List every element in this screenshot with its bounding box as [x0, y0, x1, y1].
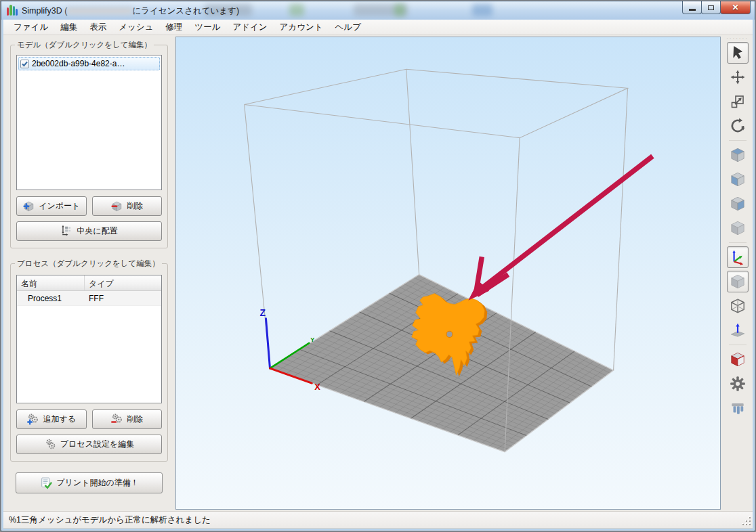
process-row[interactable]: Process1 FFF: [17, 291, 161, 306]
gears-minus-icon: [110, 413, 123, 426]
menu-account[interactable]: アカウント: [274, 20, 329, 35]
model-visibility-checkbox[interactable]: [20, 60, 29, 68]
status-bar: %1三角メッシュがモデルから正常に解析されました: [3, 511, 753, 529]
model-name: 2be002db-a99b-4e82-a…: [32, 59, 125, 68]
cube-top-blue-icon: [729, 146, 747, 164]
models-group-title: モデル（ダブルクリックをして編集）: [15, 40, 154, 50]
minimize-button[interactable]: [682, 1, 702, 14]
toolbar-separator: [729, 345, 747, 345]
center-and-arrange-button[interactable]: 中央に配置: [16, 221, 162, 241]
wireframe-cube-icon: [729, 297, 747, 315]
place-surface-icon: [729, 322, 747, 339]
view-cube-plain[interactable]: [727, 217, 749, 239]
glass-artifact: [394, 4, 405, 16]
models-group: モデル（ダブルクリックをして編集） 2be002db-a99b-4e82-a…: [10, 45, 168, 248]
redacted-license-name: [67, 7, 132, 15]
menu-file[interactable]: ファイル: [7, 20, 54, 35]
edit-process-settings-button[interactable]: プロセス設定を編集: [16, 435, 162, 454]
solid-cube-icon: [729, 273, 747, 290]
column-type[interactable]: タイプ: [85, 275, 118, 290]
import-button[interactable]: インポート: [16, 196, 87, 216]
move-arrows-icon: [730, 69, 746, 85]
model-list-item[interactable]: 2be002db-a99b-4e82-a…: [18, 57, 160, 70]
settings-gear[interactable]: [727, 373, 749, 395]
side-panel: モデル（ダブルクリックをして編集） 2be002db-a99b-4e82-a…: [3, 35, 173, 511]
select-tool[interactable]: [727, 42, 749, 64]
menu-view[interactable]: 表示: [83, 20, 112, 35]
menu-help[interactable]: ヘルプ: [329, 20, 367, 35]
x-axis-label: X: [314, 382, 320, 392]
rotate-tool[interactable]: [727, 115, 749, 137]
cube-plain-icon: [729, 219, 747, 237]
cube-side-blue-icon: [729, 195, 747, 213]
add-process-button[interactable]: 追加する: [16, 409, 87, 429]
wireframe-render-cube[interactable]: [727, 295, 749, 317]
cube-front-blue-icon: [729, 171, 747, 188]
process-type: FFF: [85, 294, 108, 303]
cross-section-tool[interactable]: [727, 349, 749, 370]
cursor-icon: [730, 45, 746, 61]
xyz-axes-icon: [729, 248, 747, 266]
supports-icon: [729, 399, 747, 417]
model-list[interactable]: 2be002db-a99b-4e82-a…: [16, 55, 162, 190]
menu-mesh[interactable]: メッシュ: [112, 20, 159, 35]
view-cube-side[interactable]: [727, 193, 749, 215]
gear-icon: [729, 375, 747, 393]
processes-group: プロセス（ダブルクリックをして編集） 名前 タイプ Process1 FFF: [10, 263, 168, 462]
document-check-icon: [39, 476, 53, 490]
glass-artifact: [289, 4, 304, 16]
menu-edit[interactable]: 編集: [54, 20, 83, 35]
status-message: %1三角メッシュがモデルから正常に解析されました: [9, 514, 211, 526]
process-name: Process1: [17, 294, 85, 303]
process-table-header: 名前 タイプ: [17, 275, 161, 291]
cube-minus-icon: [110, 200, 123, 213]
y-axis-label: Y: [310, 336, 314, 343]
resize-grip[interactable]: [742, 516, 751, 525]
menu-tools[interactable]: ツール: [188, 20, 226, 35]
maximize-button[interactable]: [701, 1, 721, 14]
gears-plus-icon: [26, 413, 39, 426]
menu-repair[interactable]: 修理: [159, 20, 188, 35]
place-surface-tool[interactable]: [727, 319, 749, 341]
toolbar-separator: [729, 140, 747, 141]
column-name[interactable]: 名前: [17, 275, 85, 290]
title-bar[interactable]: Simplify3D (にライセンスされています) ✕: [1, 1, 755, 20]
solid-render-cube[interactable]: [727, 271, 749, 292]
move-tool[interactable]: [727, 66, 749, 88]
glass-artifact: [472, 4, 492, 16]
viewport-3d[interactable]: Z Y X: [175, 37, 721, 510]
window-title: Simplify3D (にライセンスされています): [22, 5, 239, 17]
processes-group-title: プロセス（ダブルクリックをして編集）: [15, 259, 162, 269]
app-logo-icon: [7, 5, 18, 16]
view-toolbar: ·······: [722, 35, 753, 511]
z-axis-label: Z: [260, 307, 266, 318]
center-arrange-icon: [60, 225, 73, 238]
toolbar-separator: [729, 242, 747, 243]
app-window: Simplify3D (にライセンスされています) ✕ ファイル 編集 表示 メ…: [1, 1, 755, 531]
gears-icon: [44, 438, 57, 451]
menu-addins[interactable]: アドイン: [226, 20, 273, 35]
support-structures[interactable]: [727, 397, 749, 419]
delete-process-button[interactable]: 削除: [92, 409, 163, 429]
cross-section-icon: [729, 351, 747, 368]
close-button[interactable]: ✕: [720, 1, 751, 14]
cube-plus-icon: [22, 200, 35, 213]
annotation-arrow: [469, 156, 652, 300]
view-cube-front[interactable]: [727, 169, 749, 190]
menu-bar: ファイル 編集 表示 メッシュ 修理 ツール アドイン アカウント ヘルプ: [3, 20, 753, 35]
delete-model-button[interactable]: 削除: [92, 196, 163, 216]
rotate-icon: [729, 117, 747, 135]
prepare-to-print-button[interactable]: プリント開始の準備！: [16, 472, 163, 493]
scale-icon: [730, 93, 746, 110]
scale-tool[interactable]: [727, 91, 749, 112]
axes-toggle[interactable]: [727, 246, 749, 268]
toolbar-drag-handle[interactable]: ·······: [726, 37, 749, 41]
view-cube-top[interactable]: [727, 144, 749, 166]
process-table[interactable]: 名前 タイプ Process1 FFF: [16, 275, 162, 403]
